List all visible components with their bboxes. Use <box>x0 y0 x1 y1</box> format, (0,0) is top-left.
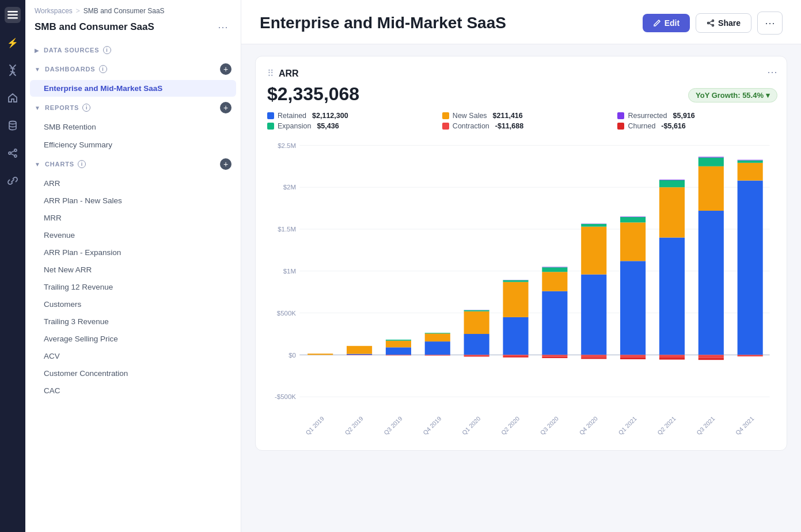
svg-point-12 <box>708 22 709 24</box>
workspace-more-button[interactable]: ⋯ <box>214 20 231 35</box>
data-sources-chevron: ▶ <box>35 47 39 54</box>
sidebar-item-smb-retention[interactable]: SMB Retention <box>30 119 236 135</box>
header-actions: Edit Share ⋯ <box>643 12 783 35</box>
svg-rect-78 <box>659 180 685 180</box>
svg-rect-49 <box>464 355 489 356</box>
svg-rect-83 <box>698 158 724 166</box>
svg-rect-89 <box>738 160 763 162</box>
data-sources-label: DATA SOURCES <box>44 47 100 54</box>
svg-rect-32 <box>347 346 372 354</box>
svg-rect-70 <box>620 222 646 261</box>
legend-item: New Sales$211,416 <box>442 112 604 120</box>
svg-point-13 <box>712 25 714 26</box>
legend-item: Churned-$5,616 <box>617 122 775 130</box>
sidebar-item-chart[interactable]: Revenue <box>30 227 236 244</box>
charts-section[interactable]: ▼ CHARTS i + <box>25 154 241 174</box>
bar-chart: $2.5M $2M $1.5M $1M $500K $0 -$500K <box>267 139 775 439</box>
svg-rect-47 <box>464 310 489 311</box>
reports-section[interactable]: ▼ REPORTS i + <box>25 97 241 118</box>
sidebar-item-chart[interactable]: Trailing 12 Revenue <box>30 279 236 295</box>
share-button[interactable]: Share <box>696 13 751 33</box>
nav-icon-database[interactable] <box>5 117 21 134</box>
svg-rect-71 <box>620 217 646 222</box>
charts-label: CHARTS <box>45 161 74 168</box>
svg-rect-79 <box>659 355 685 358</box>
nav-icon-share[interactable] <box>5 145 21 161</box>
sidebar-item-chart[interactable]: ACV <box>30 348 236 364</box>
svg-rect-45 <box>464 334 489 355</box>
legend-item: Contraction-$11,688 <box>442 122 604 130</box>
svg-rect-86 <box>698 358 724 360</box>
svg-rect-73 <box>620 355 646 357</box>
svg-rect-37 <box>386 340 411 341</box>
svg-rect-80 <box>659 358 685 359</box>
nav-icon-link[interactable] <box>5 173 21 189</box>
sidebar-item-chart[interactable]: ARR <box>30 175 236 192</box>
svg-point-5 <box>9 121 16 124</box>
reports-add-button[interactable]: + <box>220 102 231 113</box>
svg-rect-82 <box>698 166 724 211</box>
nav-icon-home[interactable] <box>5 90 21 106</box>
card-menu-button[interactable]: ⋯ <box>767 66 777 78</box>
nav-icon-dna[interactable] <box>5 62 21 78</box>
svg-rect-68 <box>581 357 606 359</box>
breadcrumb: Workspaces > SMB and Consumer SaaS <box>25 0 241 17</box>
nav-icon-menu[interactable] <box>5 7 21 23</box>
svg-rect-38 <box>386 355 411 355</box>
svg-rect-50 <box>464 356 489 356</box>
sidebar-item-chart[interactable]: Trailing 3 Revenue <box>30 313 236 330</box>
svg-line-9 <box>11 151 14 153</box>
sidebar-item-chart[interactable]: ARR Plan - New Sales <box>30 192 236 209</box>
svg-text:Q4 2021: Q4 2021 <box>734 415 755 436</box>
svg-rect-52 <box>503 282 528 317</box>
charts-info-icon[interactable]: i <box>78 160 86 168</box>
dashboards-section[interactable]: ▼ DASHBOARDS i + <box>25 59 241 79</box>
breadcrumb-current: SMB and Consumer SaaS <box>83 7 165 15</box>
yoy-growth-badge[interactable]: YoY Growth: 55.4% ▾ <box>688 88 777 102</box>
svg-point-8 <box>14 155 17 157</box>
svg-text:Q3 2020: Q3 2020 <box>539 415 560 436</box>
breadcrumb-workspaces[interactable]: Workspaces <box>35 7 73 15</box>
nav-icon-lightning[interactable]: ⚡ <box>5 35 21 51</box>
sidebar-item-chart[interactable]: ARR Plan - Expansion <box>30 244 236 261</box>
data-sources-section[interactable]: ▶ DATA SOURCES i <box>25 41 241 59</box>
svg-rect-58 <box>542 272 567 291</box>
charts-add-button[interactable]: + <box>220 158 231 170</box>
dashboards-add-button[interactable]: + <box>220 63 231 75</box>
svg-text:Q3 2019: Q3 2019 <box>383 415 404 436</box>
svg-line-4 <box>10 71 15 73</box>
more-options-button[interactable]: ⋯ <box>757 12 783 35</box>
svg-rect-85 <box>698 355 724 358</box>
svg-rect-59 <box>542 267 567 272</box>
dashboards-info-icon[interactable]: i <box>99 65 107 73</box>
page-title: Enterprise and Mid-Market SaaS <box>260 14 506 32</box>
sidebar-item-enterprise[interactable]: Enterprise and Mid-Market SaaS <box>30 80 236 97</box>
svg-point-11 <box>712 20 714 22</box>
svg-rect-31 <box>347 354 372 355</box>
svg-rect-35 <box>386 347 411 355</box>
sidebar-item-chart[interactable]: Customer Concentration <box>30 365 236 382</box>
svg-rect-62 <box>542 357 567 358</box>
sidebar-item-chart[interactable]: MRR <box>30 210 236 226</box>
svg-rect-72 <box>620 216 646 217</box>
yoy-chevron-icon: ▾ <box>766 91 770 100</box>
sidebar-item-efficiency-summary[interactable]: Efficiency Summary <box>30 136 236 153</box>
arr-chart-card: ⠿ ARR ⋯ $2,335,068 YoY Growth: 55.4% ▾ R… <box>255 56 787 451</box>
svg-text:$500K: $500K <box>277 310 296 317</box>
svg-point-7 <box>9 152 11 154</box>
svg-point-6 <box>14 149 17 151</box>
data-sources-info-icon[interactable]: i <box>103 46 111 54</box>
svg-text:Q2 2020: Q2 2020 <box>500 415 521 436</box>
svg-rect-46 <box>464 311 489 334</box>
svg-rect-2 <box>7 17 18 19</box>
yoy-label: YoY Growth: 55.4% <box>696 91 764 100</box>
sidebar-item-chart[interactable]: Net New ARR <box>30 261 236 278</box>
sidebar-item-chart[interactable]: CAC <box>30 382 236 399</box>
svg-text:$0: $0 <box>288 352 296 359</box>
edit-button[interactable]: Edit <box>643 14 690 32</box>
reports-info-icon[interactable]: i <box>82 104 90 112</box>
svg-rect-1 <box>7 14 18 16</box>
sidebar-item-chart[interactable]: Average Selling Price <box>30 330 236 347</box>
svg-rect-87 <box>738 181 763 355</box>
sidebar-item-chart[interactable]: Customers <box>30 296 236 313</box>
